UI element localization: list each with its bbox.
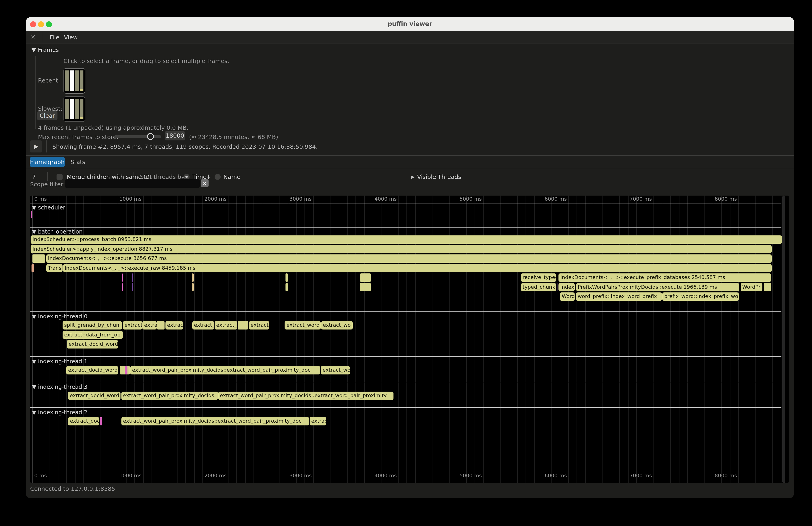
scope-bar[interactable]: extrac [165,321,183,329]
scope-bar[interactable] [122,274,123,281]
scope-bar[interactable] [238,321,248,329]
scope-bar[interactable] [31,211,32,218]
scope-bar[interactable] [764,283,771,291]
help-button[interactable]: ? [32,173,35,180]
scope-filter-input[interactable] [65,179,200,188]
scope-bar[interactable]: extract_word_pair_proximity_docids::extr… [218,392,393,400]
frame-bar[interactable] [70,71,74,91]
scope-bar[interactable]: receive_typed_ [521,274,556,281]
scope-bar[interactable] [122,321,122,329]
scope-bar[interactable] [192,283,194,291]
tab-stats[interactable]: Stats [70,159,85,165]
scope-bar[interactable]: extract_docid_word [66,366,118,374]
max-frames-slider-knob[interactable] [147,133,154,140]
scope-bar[interactable] [31,264,33,272]
scope-bar[interactable]: extract_ [192,321,214,329]
scope-bar[interactable] [157,321,164,329]
axis-tick-label: 3000 ms [289,473,312,479]
scope-bar[interactable]: index [559,283,575,291]
clear-filter-button[interactable]: x [201,179,208,187]
max-frames-value[interactable]: 18000 [165,131,185,141]
merge-children-checkbox[interactable] [57,174,62,180]
scope-bar[interactable] [360,283,371,291]
recent-frames-thumbnail[interactable] [63,68,85,93]
scope-bar[interactable] [122,283,123,291]
thread-header-scheduler[interactable]: ▼ scheduler [32,204,66,211]
scope-bar[interactable]: IndexDocuments<_, _>::execute_raw 8459.1… [63,264,772,272]
sort-time-radio[interactable] [184,174,190,180]
frame-bar[interactable] [65,71,69,91]
thread-header-indexing-thread-3[interactable]: ▼ indexing-thread:3 [32,384,88,390]
max-frames-slider[interactable] [114,135,161,138]
scope-bar[interactable] [557,283,558,291]
scope-bar[interactable] [132,274,133,281]
axis-tick-label: 4000 ms [375,196,397,202]
visible-threads-header[interactable]: Visible Threads [417,173,461,180]
scope-bar[interactable] [125,366,127,374]
scope-bar[interactable]: IndexScheduler>::process_batch 8953.821 … [31,235,782,244]
scope-bar[interactable]: Word [560,292,575,301]
frame-bar[interactable] [65,99,69,119]
scope-bar[interactable]: typed_chunk::w [521,283,556,291]
thread-header-batch-operation[interactable]: ▼ batch-operation [32,229,83,235]
scope-bar[interactable]: extract [122,321,142,329]
frames-section-header[interactable]: ▼ Frames [31,46,59,53]
scope-bar[interactable] [192,274,194,281]
frame-bar[interactable] [70,99,74,119]
scope-bar[interactable]: extract_doc [68,417,99,425]
scope-bar[interactable]: extract_word_pair_proximity_docids [121,392,218,400]
frame-bar[interactable] [79,99,84,119]
scope-bar[interactable]: IndexDocuments<_, _>::execute 8656.677 m… [46,254,772,263]
indent-guide [35,56,35,129]
menu-view[interactable]: View [64,34,78,41]
sort-name-radio[interactable] [215,174,221,180]
play-button[interactable]: ▶ [30,141,42,152]
frame-bar[interactable] [79,71,84,91]
scope-bar[interactable] [32,254,45,263]
scope-bar[interactable] [132,283,133,291]
scope-bar[interactable]: extract_word_pair_proximity_docids::extr… [130,366,320,374]
thread-header-indexing-thread-0[interactable]: ▼ indexing-thread:0 [32,313,88,320]
clear-button[interactable]: Clear [37,111,57,120]
tab-flamegraph[interactable]: Flamegraph [30,157,65,167]
scope-bar[interactable]: extract_wo [321,321,352,329]
axis-tick-label: 0 ms [34,196,47,202]
sort-name-label[interactable]: Name [223,173,241,180]
scope-bar[interactable]: split_grenad_by_chun [62,321,122,329]
scope-bar[interactable]: PrefixWordPairsProximityDocids::execute … [576,283,739,291]
frame-bar[interactable] [75,71,78,91]
flamegraph-scrollbar[interactable] [782,195,785,483]
scope-bar[interactable]: extract_wo [321,366,350,374]
scope-bar[interactable]: extract::data_from_ob [62,331,122,339]
scope-bar[interactable]: extrac [309,417,326,425]
scope-bar[interactable]: WordPr [740,283,763,291]
scope-bar[interactable]: word_prefix::index_word_prefix_ [576,292,662,301]
scope-bar[interactable]: IndexDocuments<_, _>::execute_prefix_dat… [559,274,771,281]
scope-bar[interactable]: extract_word_pair_proximity_docids::extr… [121,417,309,425]
axis-tick-label: 7000 ms [629,473,652,479]
scope-bar[interactable]: Trans [46,264,62,272]
scope-bar[interactable]: extract_ [214,321,237,329]
axis-tick-label: 3000 ms [289,196,312,202]
thread-header-indexing-thread-1[interactable]: ▼ indexing-thread:1 [32,358,88,365]
scope-bar[interactable] [360,274,371,281]
scope-bar[interactable] [285,283,288,291]
scope-bar[interactable]: prefix_word::index_prefix_wo [662,292,739,301]
frame-bar[interactable] [75,99,78,119]
scope-bar[interactable]: extract_docid_word [67,340,118,348]
scope-bar[interactable] [100,417,102,425]
thread-header-indexing-thread-2[interactable]: ▼ indexing-thread:2 [32,409,88,416]
scope-bar[interactable]: extra [142,321,157,329]
showing-frame-info: Showing frame #2, 8957.4 ms, 7 threads, … [53,143,318,150]
scope-bar[interactable]: extract_docid_word [68,392,120,400]
visible-threads-arrow-icon[interactable]: ▶ [411,174,415,179]
app-flower-icon[interactable]: ✳ [31,33,36,40]
flamegraph-canvas[interactable]: 0 ms0 ms1000 ms1000 ms2000 ms2000 ms3000… [30,195,789,483]
scope-bar[interactable]: extract [249,321,269,329]
slowest-frames-thumbnail[interactable] [63,97,85,122]
frame-bar-tip [79,89,84,91]
scope-bar[interactable] [285,274,288,281]
scope-bar[interactable]: IndexScheduler>::apply_index_operation 8… [31,245,772,253]
scope-bar[interactable]: extract_word [285,321,320,329]
menu-file[interactable]: File [49,34,59,41]
